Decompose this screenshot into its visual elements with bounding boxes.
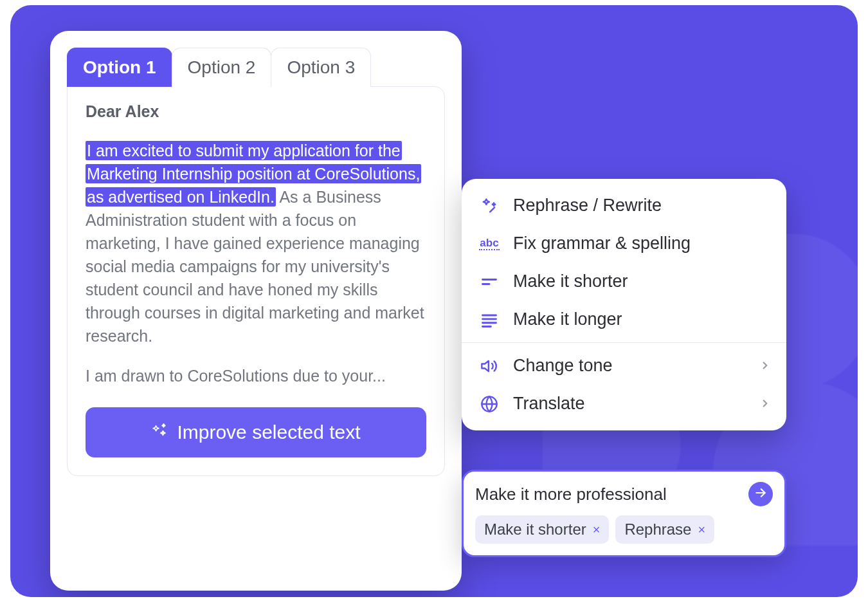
- menu-item-label: Make it shorter: [513, 272, 628, 291]
- menu-item-label: Make it longer: [513, 309, 622, 329]
- tab-option-3[interactable]: Option 3: [271, 48, 371, 87]
- editor-card: Option 1 Option 2 Option 3 Dear Alex I a…: [50, 31, 462, 591]
- body-rest: As a Business Administration student wit…: [86, 188, 424, 345]
- chip-label: Rephrase: [624, 520, 691, 539]
- shorter-icon: [480, 272, 499, 291]
- prompt-head: Make it more professional: [475, 482, 773, 506]
- chip-remove-icon[interactable]: ×: [698, 523, 705, 536]
- improve-selected-button[interactable]: Improve selected text: [86, 407, 426, 457]
- prompt-submit-button[interactable]: [748, 482, 773, 506]
- prompt-input[interactable]: Make it more professional: [475, 484, 667, 504]
- menu-item-label: Fix grammar & spelling: [513, 234, 691, 253]
- chip-make-shorter[interactable]: Make it shorter ×: [475, 515, 609, 544]
- globe-icon: [480, 394, 499, 414]
- speaker-icon: [480, 356, 499, 376]
- menu-item-label: Change tone: [513, 356, 613, 376]
- body-tail: I am drawn to CoreSolutions due to your.…: [86, 367, 426, 385]
- applied-chips: Make it shorter × Rephrase ×: [475, 515, 773, 544]
- menu-item-change-tone[interactable]: Change tone: [462, 347, 786, 385]
- chevron-right-icon: [759, 394, 771, 414]
- sparkles-icon: [480, 196, 499, 216]
- menu-item-shorter[interactable]: Make it shorter: [462, 263, 786, 300]
- body-text[interactable]: I am excited to submit my application fo…: [86, 139, 426, 347]
- option-tabs: Option 1 Option 2 Option 3: [67, 48, 445, 87]
- editor-pane: Dear Alex I am excited to submit my appl…: [67, 86, 445, 476]
- menu-item-longer[interactable]: Make it longer: [462, 300, 786, 338]
- context-menu: Rephrase / Rewrite abc Fix grammar & spe…: [462, 179, 786, 430]
- app-stage: Option 1 Option 2 Option 3 Dear Alex I a…: [10, 5, 858, 597]
- tab-option-1[interactable]: Option 1: [67, 48, 172, 87]
- chip-label: Make it shorter: [484, 520, 586, 539]
- chip-rephrase[interactable]: Rephrase ×: [615, 515, 714, 544]
- menu-divider: [462, 342, 786, 343]
- abc-icon: abc: [480, 234, 499, 253]
- chip-remove-icon[interactable]: ×: [593, 523, 601, 536]
- menu-item-label: Translate: [513, 394, 585, 414]
- menu-item-translate[interactable]: Translate: [462, 385, 786, 423]
- chevron-right-icon: [759, 356, 771, 376]
- menu-item-rephrase[interactable]: Rephrase / Rewrite: [462, 187, 786, 225]
- menu-item-label: Rephrase / Rewrite: [513, 196, 662, 216]
- svg-marker-6: [482, 360, 489, 371]
- menu-item-grammar[interactable]: abc Fix grammar & spelling: [462, 225, 786, 263]
- tab-option-2[interactable]: Option 2: [172, 48, 272, 87]
- improve-selected-label: Improve selected text: [177, 421, 360, 443]
- longer-icon: [480, 310, 499, 329]
- custom-prompt-panel: Make it more professional Make it shorte…: [462, 470, 786, 557]
- greeting-text: Dear Alex: [86, 102, 426, 121]
- arrow-right-icon: [754, 486, 767, 502]
- sparkles-icon: [151, 421, 168, 443]
